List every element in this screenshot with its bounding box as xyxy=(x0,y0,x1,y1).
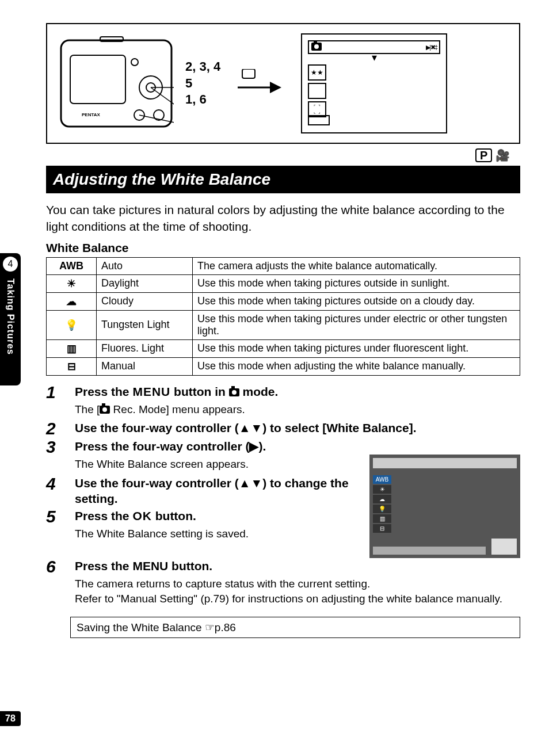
movie-mode-icon: 🎥 xyxy=(495,149,510,162)
svg-rect-0 xyxy=(61,40,171,127)
wb-desc-cell: Use this mode when taking pictures outsi… xyxy=(193,274,520,292)
top-diagram-box: PENTAX 2, 3, 4 5 1, 6 ▶| ✖‡ ▾ xyxy=(46,23,520,144)
step-body: The [ Rec. Mode] menu appears. xyxy=(75,402,520,417)
cross-reference-box: Saving the White Balance ☞p.86 xyxy=(70,617,520,638)
program-mode-icon: P xyxy=(475,148,492,162)
svg-rect-12 xyxy=(242,69,255,78)
table-title: White Balance xyxy=(46,241,520,255)
menu-button-label: MENU xyxy=(132,385,170,398)
camera-mode-icon xyxy=(311,42,322,52)
chapter-number: 4 xyxy=(3,257,18,272)
step-title: Press the MENU button in mode. xyxy=(75,384,520,401)
section-header: Adjusting the White Balance xyxy=(46,166,520,193)
wb-icon-cell: ▥ xyxy=(47,339,97,357)
step-body-line: The camera returns to capture status wit… xyxy=(75,578,370,590)
step-title-fragment: button in xyxy=(170,385,228,398)
table-row: ⊟ Manual Use this mode when adjusting th… xyxy=(47,357,520,375)
wb-screen-title-bar xyxy=(373,458,517,468)
step-number: 4 xyxy=(46,475,70,507)
svg-point-5 xyxy=(131,59,138,66)
lcd-bottom-bar xyxy=(308,115,330,125)
step-title-fragment: button. xyxy=(152,509,196,522)
wb-name-cell: Manual xyxy=(97,357,193,375)
wb-screen-item-cloudy: ☁ xyxy=(373,495,391,503)
table-row: ▥ Fluores. Light Use this mode when taki… xyxy=(47,339,520,357)
wb-desc-cell: Use this mode when taking pictures under… xyxy=(193,339,520,357)
step-number: 1 xyxy=(46,384,70,401)
step-body-fragment: The [ xyxy=(75,403,100,415)
camera-back-illustration: PENTAX xyxy=(59,35,174,132)
diagram-label-line-3: 1, 6 xyxy=(185,91,220,108)
wb-icon-cell: AWB xyxy=(47,257,97,274)
table-row: 💡 Tungsten Light Use this mode when taki… xyxy=(47,310,520,339)
step-number: 5 xyxy=(46,508,70,525)
white-balance-screen-illustration: AWB ☀ ☁ 💡 ▥ ⊟ xyxy=(369,455,520,558)
chapter-side-tab: 4 Taking Pictures xyxy=(0,253,21,385)
wb-name-cell: Fluores. Light xyxy=(97,339,193,357)
step-body: The White Balance setting is saved. xyxy=(75,526,364,541)
wb-icon-cell: ⊟ xyxy=(47,357,97,375)
intro-paragraph: You can take pictures in natural colors … xyxy=(46,201,520,235)
step-title: Press the MENU button. xyxy=(75,558,520,575)
wb-icon-cell: ☁ xyxy=(47,292,97,310)
step-body: The camera returns to capture status wit… xyxy=(75,576,520,606)
svg-marker-14 xyxy=(270,82,281,93)
page-number: 78 xyxy=(0,711,21,726)
lcd-block-wb xyxy=(308,83,326,99)
step-title-fragment: Press the xyxy=(75,385,132,398)
step-title-fragment: mode. xyxy=(239,385,279,398)
wb-screen-item-daylight: ☀ xyxy=(373,485,391,494)
step-body-line: Refer to "Manual Setting" (p.79) for ins… xyxy=(75,593,502,605)
wb-name-cell: Auto xyxy=(97,257,193,274)
lcd-block-quality: ★★ xyxy=(308,64,326,81)
lcd-menu-illustration: ▶| ✖‡ ▾ ★★ ⌜ ⌝⌞ ⌟ xyxy=(301,33,447,133)
wb-screen-item-fluorescent: ▥ xyxy=(373,514,391,523)
diagram-step-labels: 2, 3, 4 5 1, 6 xyxy=(185,59,220,108)
wb-desc-cell: Use this mode when adjusting the white b… xyxy=(193,357,520,375)
wb-desc-cell: The camera adjusts the white balance aut… xyxy=(193,257,520,274)
step-title: Press the four-way controller (▶). xyxy=(75,438,364,456)
wb-screen-ok-button xyxy=(491,539,517,555)
lcd-top-right-icons: ▶| ✖‡ xyxy=(426,44,437,51)
diagram-label-line-1: 2, 3, 4 xyxy=(185,59,220,75)
applicable-mode-icons: P 🎥 xyxy=(35,148,510,162)
step-body: The White Balance screen appears. xyxy=(75,457,364,472)
table-row: ☀ Daylight Use this mode when taking pic… xyxy=(47,274,520,292)
step-title: Press the OK button. xyxy=(75,508,364,525)
table-row: ☁ Cloudy Use this mode when taking pictu… xyxy=(47,292,520,310)
wb-desc-cell: Use this mode when taking pictures outsi… xyxy=(193,292,520,310)
step-title: Use the four-way controller (▲▼) to chan… xyxy=(75,475,364,507)
table-row: AWB Auto The camera adjusts the white ba… xyxy=(47,257,520,274)
wb-screen-item-awb: AWB xyxy=(373,475,391,484)
wb-screen-item-manual: ⊟ xyxy=(373,524,391,533)
wb-screen-bottom-bar xyxy=(373,547,486,555)
step-number: 3 xyxy=(46,438,70,456)
step-body-fragment: Rec. Mode] menu appears. xyxy=(110,403,245,415)
wb-icon-cell: ☀ xyxy=(47,274,97,292)
wb-name-cell: Cloudy xyxy=(97,292,193,310)
camera-mode-icon xyxy=(100,406,110,414)
step-title-fragment: Press the xyxy=(75,509,132,522)
camera-mode-icon xyxy=(229,388,239,396)
step-title: Use the four-way controller (▲▼) to sele… xyxy=(75,420,520,437)
wb-icon-cell: 💡 xyxy=(47,310,97,339)
chevron-down-icon: ▾ xyxy=(308,54,440,61)
ok-button-label: OK xyxy=(132,509,152,522)
svg-text:PENTAX: PENTAX xyxy=(82,112,101,117)
wb-name-cell: Daylight xyxy=(97,274,193,292)
wb-name-cell: Tungsten Light xyxy=(97,310,193,339)
diagram-label-line-2: 5 xyxy=(185,75,220,92)
arrow-icon xyxy=(232,69,284,98)
svg-rect-1 xyxy=(70,55,125,104)
step-number: 6 xyxy=(46,558,70,575)
white-balance-table: AWB Auto The camera adjusts the white ba… xyxy=(46,257,520,376)
wb-screen-item-tungsten: 💡 xyxy=(373,505,391,513)
wb-desc-cell: Use this mode when taking pictures under… xyxy=(193,310,520,339)
chapter-title: Taking Pictures xyxy=(5,275,16,355)
step-number: 2 xyxy=(46,420,70,437)
